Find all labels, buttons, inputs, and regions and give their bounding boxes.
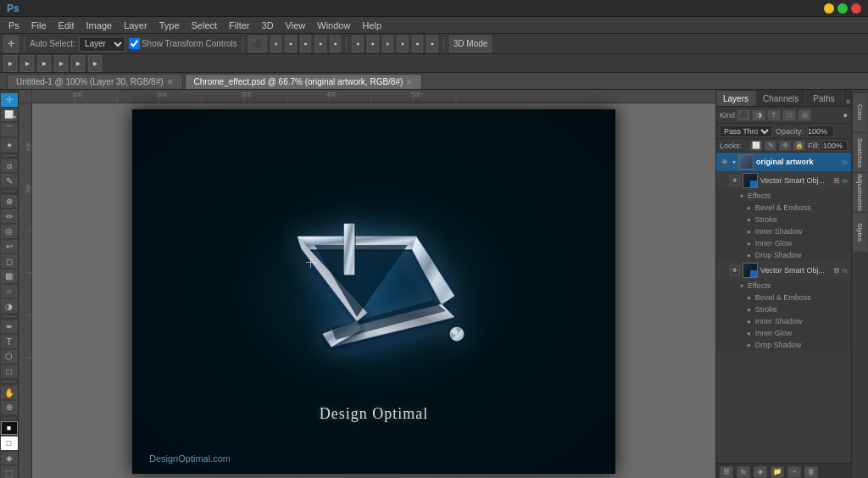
show-transform-checkbox[interactable] [129,38,140,49]
dist-top-btn[interactable]: ▪ [397,36,409,53]
clone-tool[interactable]: ◎ [1,225,18,238]
menu-type[interactable]: Type [154,19,185,31]
crop-tool[interactable]: ⧈ [1,159,18,173]
gradient-tool[interactable]: ▦ [1,270,18,283]
filter-shape-icon[interactable]: □ [782,109,796,121]
menu-image[interactable]: Image [81,19,118,31]
filter-pixel-icon[interactable]: ⬛ [737,109,750,121]
bevel-vis-v1[interactable]: ● [747,204,751,212]
menu-view[interactable]: View [281,19,311,31]
tab-layers[interactable]: Layers [716,91,756,106]
layer-row-group-original[interactable]: 👁 ▾ original artwork fx [716,153,851,171]
heal-tool[interactable]: ⊕ [1,195,18,208]
eyedropper-tool[interactable]: ✎ [1,174,18,187]
blend-mode-select[interactable]: Pass Through Normal Multiply Screen Over… [720,125,772,137]
align-bottom-btn[interactable]: ▪ [330,36,342,53]
layer-row-vector-2[interactable]: 👁 Vector Smart Obj... ⛓ fx [716,261,851,280]
layer-fx-v1[interactable]: fx [843,177,848,185]
menu-ps[interactable]: Ps [3,19,25,31]
menu-select[interactable]: Select [186,19,223,31]
inner-glow-vis-v2[interactable]: ● [747,330,751,337]
blur-tool[interactable]: ○ [1,285,18,298]
tab-channels[interactable]: Channels [756,91,806,106]
layer-row-vector-1[interactable]: 👁 Vector Smart Obj... ⛓ fx [716,171,851,190]
align-left-btn[interactable]: ⬛ [248,36,267,53]
bevel-vis-v2[interactable]: ● [747,294,751,302]
dist-right-btn[interactable]: ▪ [382,36,394,53]
options-icon-4[interactable]: ▸ [54,55,68,72]
shape-tool[interactable]: □ [1,365,18,379]
move-tool[interactable]: ✛ [1,93,18,107]
options-icon-6[interactable]: ▸ [88,55,102,72]
menu-layer[interactable]: Layer [119,19,153,31]
align-middle-btn[interactable]: ▪ [314,36,326,53]
maximize-button[interactable] [837,3,848,14]
new-group-btn[interactable]: 📁 [771,466,784,478]
lock-all-icon[interactable]: 🔒 [793,141,805,151]
options-icon-5[interactable]: ▸ [71,55,85,72]
align-right-btn[interactable]: ▪ [285,36,297,53]
zoom-tool[interactable]: ⊕ [1,401,18,414]
add-style-btn[interactable]: fx [737,466,750,478]
menu-edit[interactable]: Edit [53,19,80,31]
layer-fx-group[interactable]: fx [843,158,848,166]
menu-window[interactable]: Window [312,19,355,31]
screen-mode-btn[interactable]: ⬚ [1,466,18,478]
lock-image-icon[interactable]: ✎ [765,141,776,151]
swatches-panel-btn[interactable]: Swatches [853,133,868,172]
layer-vis-v2[interactable]: 👁 [730,265,740,275]
effects-expand-v1[interactable]: ▾ [740,192,743,200]
styles-panel-btn[interactable]: Styles [853,213,868,252]
menu-filter[interactable]: Filter [224,19,254,31]
add-mask-btn[interactable]: ◈ [754,466,767,478]
menu-3d[interactable]: 3D [257,19,279,31]
delete-layer-btn[interactable]: 🗑 [804,466,818,478]
align-top-btn[interactable]: ▪ [300,36,312,53]
stroke-vis-v1[interactable]: ● [747,216,751,224]
move-tool-btn[interactable]: ✛ [3,36,19,53]
lock-position-icon[interactable]: ✛ [779,141,791,151]
auto-select-select[interactable]: Layer Group [79,36,125,52]
tab-chrome-effect[interactable]: Chrome_effect.psd @ 66.7% (original artw… [185,74,423,89]
menu-help[interactable]: Help [357,19,387,31]
tab-close-1[interactable]: ✕ [406,78,413,86]
eraser-tool[interactable]: ◻ [1,254,18,268]
filter-adjust-icon[interactable]: ◑ [752,109,765,121]
dist-bot-btn[interactable]: ▪ [426,36,438,53]
adjustments-panel-btn[interactable]: Adjustments [853,173,868,212]
dist-mid-btn[interactable]: ▪ [412,36,424,53]
path-select-tool[interactable]: ⬡ [1,350,18,364]
opacity-input[interactable] [807,125,834,137]
foreground-color-swatch[interactable]: ■ [1,421,18,435]
menu-file[interactable]: File [26,19,52,31]
align-center-btn[interactable]: ▪ [270,36,282,53]
stroke-vis-v2[interactable]: ● [747,306,751,314]
inner-shadow-vis-v2[interactable]: ● [747,318,751,325]
lasso-tool[interactable]: ⌒ [1,123,18,136]
quick-mask-btn[interactable]: ◈ [1,452,18,465]
filter-type-icon[interactable]: T [767,109,781,121]
tab-paths[interactable]: Paths [806,91,843,106]
marquee-tool[interactable]: ⬜▾ [1,108,18,122]
hand-tool[interactable]: ✋ [1,386,18,399]
layer-vis-v1[interactable]: 👁 [730,175,740,186]
layer-link-v2[interactable]: ⛓ [833,267,840,275]
layer-expand-group[interactable]: ▾ [732,158,736,166]
minimize-button[interactable] [824,3,834,14]
tab-untitled[interactable]: Untitled-1 @ 100% (Layer 30, RGB/8#) ✕ [7,74,183,89]
lock-transparent-icon[interactable]: ⬜ [750,141,762,151]
text-tool[interactable]: T [1,335,18,348]
effects-expand-v2[interactable]: ▾ [740,282,743,290]
magic-wand-tool[interactable]: ✦ [1,138,18,152]
options-icon-1[interactable]: ▸ [3,55,17,72]
close-button[interactable] [851,3,861,14]
options-icon-3[interactable]: ▸ [37,55,51,72]
options-icon-2[interactable]: ▸ [20,55,34,72]
3d-mode-btn[interactable]: 3D Mode [449,36,492,53]
inner-shadow-vis-v1[interactable]: ● [747,228,751,236]
show-transform-label[interactable]: Show Transform Controls [129,38,237,49]
pen-tool[interactable]: ✒ [1,320,18,334]
drop-shadow-vis-v2[interactable]: ● [747,342,751,349]
link-layers-btn[interactable]: ⛓ [720,466,733,478]
background-color-swatch[interactable]: □ [1,436,18,450]
